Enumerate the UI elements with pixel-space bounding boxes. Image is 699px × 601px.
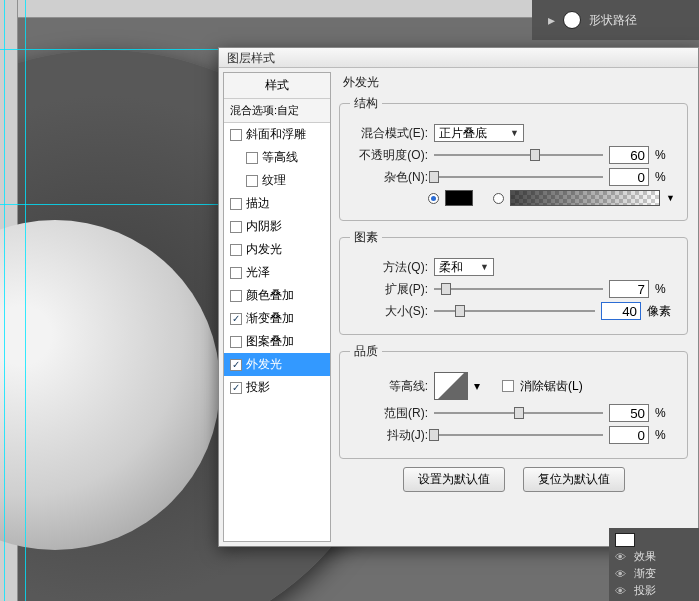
size-input[interactable] xyxy=(601,302,641,320)
quality-group: 品质 等高线: ▾ 消除锯齿(L) 范围(R): % 抖动(J): xyxy=(339,343,688,459)
chevron-down-icon[interactable]: ▼ xyxy=(666,193,675,203)
dialog-title[interactable]: 图层样式 xyxy=(219,48,698,68)
range-unit: % xyxy=(655,406,677,420)
style-item-7[interactable]: 颜色叠加 xyxy=(224,284,330,307)
make-default-button[interactable]: 设置为默认值 xyxy=(403,467,505,492)
guide-horizontal[interactable] xyxy=(0,49,220,50)
reset-default-button[interactable]: 复位为默认值 xyxy=(523,467,625,492)
jitter-label: 抖动(J): xyxy=(350,427,428,444)
style-item-label: 内发光 xyxy=(246,241,282,258)
style-item-0[interactable]: 斜面和浮雕 xyxy=(224,123,330,146)
noise-label: 杂色(N): xyxy=(350,169,428,186)
style-item-label: 颜色叠加 xyxy=(246,287,294,304)
style-item-label: 投影 xyxy=(246,379,270,396)
fill-swatch[interactable] xyxy=(563,11,581,29)
panel-title: 外发光 xyxy=(343,74,688,91)
noise-unit: % xyxy=(655,170,677,184)
fx-row[interactable]: 👁效果 xyxy=(615,548,693,565)
style-checkbox[interactable] xyxy=(230,198,242,210)
style-checkbox[interactable] xyxy=(230,336,242,348)
style-checkbox[interactable] xyxy=(230,290,242,302)
style-item-label: 外发光 xyxy=(246,356,282,373)
fx-row[interactable]: 👁渐变 xyxy=(615,565,693,582)
blend-mode-value: 正片叠底 xyxy=(439,125,487,142)
style-checkbox[interactable] xyxy=(230,313,242,325)
play-icon[interactable]: ▸ xyxy=(548,12,555,28)
spread-unit: % xyxy=(655,282,677,296)
jitter-input[interactable] xyxy=(609,426,649,444)
style-checkbox[interactable] xyxy=(230,359,242,371)
layer-thumb[interactable] xyxy=(615,533,635,547)
style-item-label: 图案叠加 xyxy=(246,333,294,350)
technique-label: 方法(Q): xyxy=(350,259,428,276)
glow-gradient-swatch[interactable] xyxy=(510,190,660,206)
noise-slider[interactable] xyxy=(434,170,603,184)
style-checkbox[interactable] xyxy=(246,152,258,164)
style-item-1[interactable]: 等高线 xyxy=(224,146,330,169)
style-item-label: 渐变叠加 xyxy=(246,310,294,327)
style-item-3[interactable]: 描边 xyxy=(224,192,330,215)
opacity-label: 不透明度(O): xyxy=(350,147,428,164)
style-item-8[interactable]: 渐变叠加 xyxy=(224,307,330,330)
chevron-down-icon: ▼ xyxy=(480,262,489,272)
eye-icon[interactable]: 👁 xyxy=(615,551,626,563)
guide-vertical[interactable] xyxy=(4,0,5,601)
style-item-label: 等高线 xyxy=(262,149,298,166)
style-item-10[interactable]: 外发光 xyxy=(224,353,330,376)
style-checkbox[interactable] xyxy=(230,382,242,394)
range-slider[interactable] xyxy=(434,406,603,420)
style-checkbox[interactable] xyxy=(246,175,258,187)
eye-icon[interactable]: 👁 xyxy=(615,585,626,597)
spread-slider[interactable] xyxy=(434,282,603,296)
artwork-dial xyxy=(0,220,220,550)
chevron-down-icon: ▼ xyxy=(510,128,519,138)
technique-combo[interactable]: 柔和 ▼ xyxy=(434,258,494,276)
spread-input[interactable] xyxy=(609,280,649,298)
blend-mode-combo[interactable]: 正片叠底 ▼ xyxy=(434,124,524,142)
style-item-11[interactable]: 投影 xyxy=(224,376,330,399)
styles-header[interactable]: 样式 xyxy=(224,73,330,99)
elements-legend: 图素 xyxy=(350,229,382,246)
opacity-unit: % xyxy=(655,148,677,162)
style-item-label: 内阴影 xyxy=(246,218,282,235)
style-item-label: 描边 xyxy=(246,195,270,212)
blending-options-header[interactable]: 混合选项:自定 xyxy=(224,99,330,123)
style-checkbox[interactable] xyxy=(230,129,242,141)
options-bar: ▸ 形状路径 xyxy=(532,0,699,40)
eye-icon[interactable]: 👁 xyxy=(615,568,626,580)
style-item-6[interactable]: 光泽 xyxy=(224,261,330,284)
elements-group: 图素 方法(Q): 柔和 ▼ 扩展(P): % 大小(S): xyxy=(339,229,688,335)
size-label: 大小(S): xyxy=(350,303,428,320)
jitter-unit: % xyxy=(655,428,677,442)
structure-legend: 结构 xyxy=(350,95,382,112)
style-item-2[interactable]: 纹理 xyxy=(224,169,330,192)
shape-path-label: 形状路径 xyxy=(589,12,637,29)
size-unit: 像素 xyxy=(647,303,677,320)
antialias-checkbox[interactable] xyxy=(502,380,514,392)
style-checkbox[interactable] xyxy=(230,244,242,256)
opacity-slider[interactable] xyxy=(434,148,603,162)
structure-group: 结构 混合模式(E): 正片叠底 ▼ 不透明度(O): % 杂色(N): xyxy=(339,95,688,221)
style-item-4[interactable]: 内阴影 xyxy=(224,215,330,238)
color-radio[interactable] xyxy=(428,193,439,204)
size-slider[interactable] xyxy=(434,304,595,318)
guide-horizontal[interactable] xyxy=(0,204,220,205)
style-item-label: 光泽 xyxy=(246,264,270,281)
chevron-down-icon[interactable]: ▾ xyxy=(474,379,480,393)
contour-picker[interactable] xyxy=(434,372,468,400)
range-input[interactable] xyxy=(609,404,649,422)
style-checkbox[interactable] xyxy=(230,221,242,233)
contour-label: 等高线: xyxy=(350,378,428,395)
style-item-9[interactable]: 图案叠加 xyxy=(224,330,330,353)
glow-color-swatch[interactable] xyxy=(445,190,473,206)
spread-label: 扩展(P): xyxy=(350,281,428,298)
noise-input[interactable] xyxy=(609,168,649,186)
jitter-slider[interactable] xyxy=(434,428,603,442)
technique-value: 柔和 xyxy=(439,259,463,276)
style-checkbox[interactable] xyxy=(230,267,242,279)
style-item-5[interactable]: 内发光 xyxy=(224,238,330,261)
fx-row[interactable]: 👁投影 xyxy=(615,582,693,599)
opacity-input[interactable] xyxy=(609,146,649,164)
gradient-radio[interactable] xyxy=(493,193,504,204)
guide-vertical[interactable] xyxy=(25,0,26,601)
